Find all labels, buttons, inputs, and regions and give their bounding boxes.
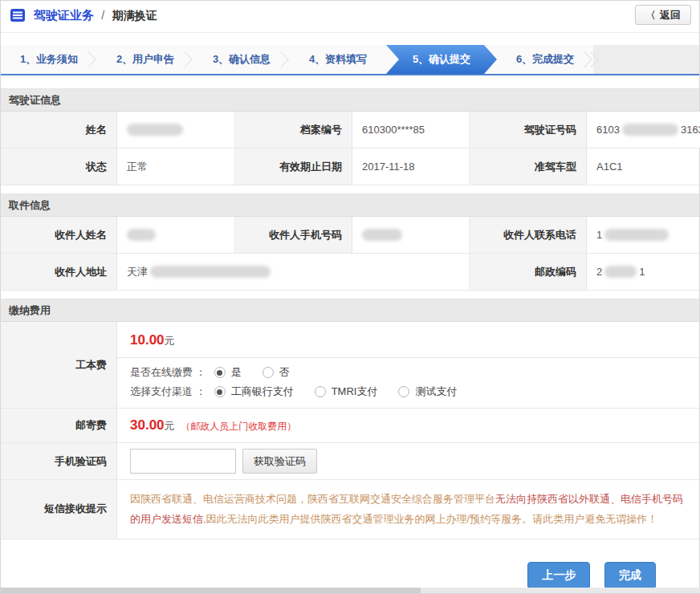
redacted-address [150,266,271,278]
pickup-section-title: 取件信息 [1,194,699,217]
scrollbar-thumb[interactable] [1,588,421,593]
breadcrumb-current: 期满换证 [112,9,157,22]
status-label: 状态 [1,148,117,185]
recipient-phone-label: 收件人联系电话 [470,217,587,253]
postage-fee-row: 邮寄费 30.00元 （邮政人员上门收取费用） [1,409,699,443]
channel-tmri-option[interactable]: TMRI支付 [315,384,378,399]
postage-amount: 30.00 [130,417,165,433]
postage-fee-label: 邮寄费 [1,409,117,442]
step-3-confirm-info: 3、确认信息 [193,45,290,74]
recipient-phone-value: 1 [587,217,699,253]
finish-button[interactable]: 完成 [604,562,656,589]
captcha-controls: 获取验证码 [117,443,699,479]
back-button[interactable]: 〈 返回 [635,5,691,25]
radio-selected-icon[interactable] [214,367,226,378]
license-no-label: 驾驶证号码 [470,112,587,148]
name-label: 姓名 [1,112,117,148]
payment-options: 是否在线缴费 ： 是 否 选择支付渠道 ： [117,358,699,408]
channel-icbc-option[interactable]: 工商银行支付 [214,384,294,399]
cost-fee-label: 工本费 [1,322,117,408]
address-label: 收件人地址 [1,254,117,290]
cost-fee-amount: 10.00 [130,332,165,348]
recipient-mobile-label: 收件人手机号码 [235,217,352,253]
step-6-complete-submit: 6、完成提交 [497,45,593,74]
cost-fee-amount-line: 10.00元 [117,322,699,358]
expiry-label: 有效期止日期 [235,148,352,185]
top-bar: 驾驶证业务 / 期满换证 〈 返回 [1,1,699,33]
redacted-phone [604,229,669,241]
online-pay-question: 是否在线缴费 ： [130,365,206,380]
chevron-left-icon: 〈 [645,10,655,21]
get-captcha-button[interactable]: 获取验证码 [242,449,317,474]
radio-selected-icon[interactable] [214,386,226,397]
postage-fee-value: 30.00元 （邮政人员上门收取费用） [117,409,699,442]
page: 驾驶证业务 / 期满换证 〈 返回 1、业务须知 2、用户申告 3、确认信息 4… [0,0,700,594]
recipient-name-label: 收件人姓名 [1,217,117,253]
sms-tip-label: 短信接收提示 [1,480,117,539]
fees-section-title: 缴纳费用 [1,299,699,322]
address-value: 天津 [117,254,470,290]
redacted-postcode [604,266,637,278]
horizontal-scrollbar[interactable] [1,588,700,593]
vehicle-class-label: 准驾车型 [470,148,587,185]
footer-actions: 上一步 完成 [1,562,699,589]
redacted-mobile [362,229,402,241]
table-row: 状态 正常 有效期止日期 2017-11-18 准驾车型 A1C1 [1,148,699,185]
license-no-value: 6103 3163X [587,112,700,148]
captcha-input[interactable] [130,449,236,474]
sms-tip-row: 短信接收提示 因陕西省联通、电信运营商技术问题，陕西省互联网交通安全综合服务管理… [1,480,699,539]
back-button-label: 返回 [660,9,681,21]
redacted-license-no [622,124,678,136]
online-pay-yes-option[interactable]: 是 [214,365,242,380]
radio-unselected-icon[interactable] [315,386,326,397]
step-4-fill-data: 4、资料填写 [290,45,386,74]
sms-tip-part1: 因陕西省联通、电信运营商技术问题，陕西省互联网交通安全综合服务管理平台 [130,493,495,505]
vehicle-class-value: A1C1 [587,148,699,185]
sms-tip-part3: ,因此无法向此类用户提供陕西省交通管理业务的网上办理/预约等服务。请此类用户避免… [203,513,657,525]
captcha-label: 手机验证码 [1,443,117,479]
step-progress-bar: 1、业务须知 2、用户申告 3、确认信息 4、资料填写 5、确认提交 6、完成提… [1,45,699,75]
radio-unselected-icon[interactable] [398,386,409,397]
postcode-label: 邮政编码 [470,254,587,290]
pay-channel-question: 选择支付渠道 ： [130,384,206,399]
file-no-label: 档案编号 [235,112,352,148]
pay-channel-question-line: 选择支付渠道 ： 工商银行支付 TMRI支付 测试支付 [130,384,686,399]
postage-unit: 元 [165,420,175,432]
postcode-value: 2 1 [587,254,699,290]
license-info-section: 驾驶证信息 姓名 档案编号 610300****85 驾驶证号码 6103 31… [1,88,699,185]
radio-unselected-icon[interactable] [262,367,274,378]
license-section-title: 驾驶证信息 [1,89,699,112]
page-title: 驾驶证业务 [34,8,94,22]
step-5-confirm-submit-active: 5、确认提交 [386,45,497,74]
table-row: 姓名 档案编号 610300****85 驾驶证号码 6103 3163X [1,112,699,148]
postage-note: （邮政人员上门收取费用） [181,421,296,432]
form-list-icon [10,9,25,24]
pickup-info-section: 取件信息 收件人姓名 收件人手机号码 收件人联系电话 1 收件人地址 天津 邮政… [1,193,699,291]
fees-section: 缴纳费用 工本费 10.00元 是否在线缴费 ： 是 [1,299,699,539]
redacted-recipient-name [127,229,156,241]
previous-step-button[interactable]: 上一步 [527,562,590,589]
table-row: 收件人姓名 收件人手机号码 收件人联系电话 1 [1,217,699,254]
online-pay-no-option[interactable]: 否 [262,365,290,380]
table-row: 收件人地址 天津 邮政编码 2 1 [1,254,699,291]
breadcrumb-separator: / [101,9,104,22]
expiry-value: 2017-11-18 [352,148,470,185]
online-pay-question-line: 是否在线缴费 ： 是 否 [130,365,686,380]
cost-fee-value: 10.00元 是否在线缴费 ： 是 否 [117,322,699,408]
status-value: 正常 [117,148,235,185]
recipient-mobile-value [352,217,470,253]
cost-fee-row: 工本费 10.00元 是否在线缴费 ： 是 否 [1,322,699,409]
step-1-business-notice: 1、业务须知 [1,45,97,74]
recipient-name-value [117,217,235,253]
name-value [117,112,235,148]
captcha-row: 手机验证码 获取验证码 [1,443,699,480]
redacted-name [127,124,183,136]
channel-test-option[interactable]: 测试支付 [398,384,457,399]
step-2-user-declaration: 2、用户申告 [97,45,193,74]
sms-tip-text: 因陕西省联通、电信运营商技术问题，陕西省互联网交通安全综合服务管理平台无法向持陕… [117,480,699,539]
file-no-value: 610300****85 [352,112,470,148]
cost-fee-unit: 元 [165,335,175,347]
step-bar-filler [593,45,699,74]
